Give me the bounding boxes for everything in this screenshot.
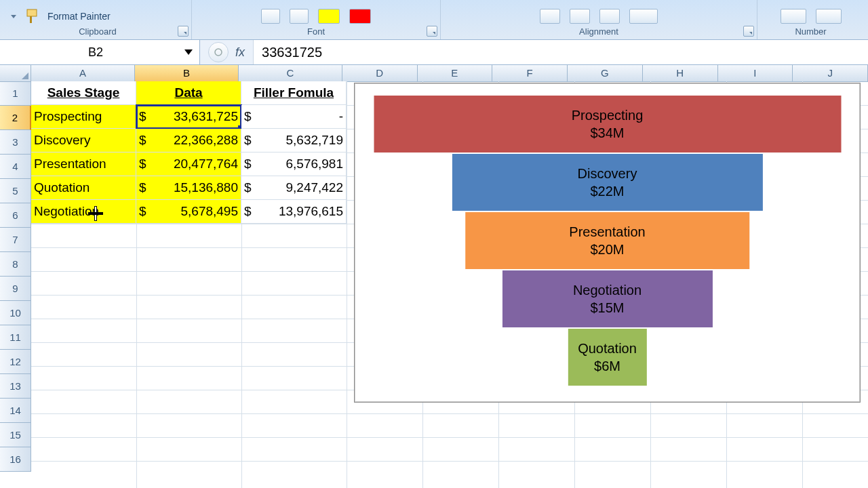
align-right-button[interactable] — [599, 9, 620, 24]
cell-A6[interactable]: Negotiation — [31, 200, 136, 224]
row-header-2[interactable]: 2 — [0, 106, 31, 130]
paste-dropdown-arrow[interactable] — [11, 15, 16, 18]
cell-B5[interactable]: $15,136,880 — [136, 176, 241, 200]
row-header-7[interactable]: 7 — [0, 228, 31, 252]
cell-B2[interactable]: $33,631,725 — [136, 105, 241, 129]
spreadsheet-grid[interactable]: ABCDEFGHIJ 12345678910111213141516 Sales… — [0, 65, 868, 488]
row-header-6[interactable]: 6 — [0, 203, 31, 228]
svg-rect-0 — [27, 9, 37, 16]
column-header-G[interactable]: G — [568, 65, 643, 82]
row-header-9[interactable]: 9 — [0, 277, 31, 301]
row-header-12[interactable]: 12 — [0, 350, 31, 374]
row-header-3[interactable]: 3 — [0, 130, 31, 155]
ribbon-group-title-font: Font — [197, 26, 435, 37]
formula-controls: fx — [200, 40, 254, 64]
cell-C6[interactable]: $13,976,615 — [241, 200, 347, 224]
row-header-16[interactable]: 16 — [0, 447, 31, 472]
number-format-button[interactable] — [781, 9, 806, 24]
funnel-chart[interactable]: Prospecting$34MDiscovery$22MPresentation… — [354, 83, 861, 403]
cell-C1[interactable]: Filler Fomula — [241, 81, 347, 105]
font-dialog-launcher[interactable] — [427, 26, 437, 37]
align-left-button[interactable] — [540, 9, 560, 24]
percent-button[interactable] — [816, 9, 842, 24]
ribbon-group-title-alignment: Alignment — [446, 26, 751, 37]
cell-A1[interactable]: Sales Stage — [31, 81, 136, 105]
column-headers: ABCDEFGHIJ — [0, 65, 868, 81]
row-header-11[interactable]: 11 — [0, 325, 31, 350]
funnel-label-presentation: Presentation — [569, 223, 645, 241]
formula-input[interactable]: 33631725 — [254, 40, 868, 64]
column-header-B[interactable]: B — [135, 65, 239, 83]
funnel-bar-prospecting[interactable]: Prospecting$34M — [374, 96, 841, 152]
cell-B1[interactable]: Data — [136, 81, 241, 105]
row-headers: 12345678910111213141516 — [0, 81, 31, 488]
row-header-5[interactable]: 5 — [0, 179, 31, 203]
formula-value: 33631725 — [262, 45, 322, 60]
clipboard-dialog-launcher[interactable] — [178, 26, 189, 37]
cell-A5[interactable]: Quotation — [31, 176, 136, 200]
merge-button[interactable] — [629, 9, 658, 24]
formula-bar: B2 fx 33631725 — [0, 40, 868, 65]
column-header-A[interactable]: A — [31, 65, 135, 82]
funnel-label-negotiation: Negotiation — [573, 281, 642, 299]
column-header-F[interactable]: F — [492, 65, 568, 82]
ribbon-group-number: Number — [757, 0, 864, 39]
row-header-10[interactable]: 10 — [0, 301, 31, 325]
row-header-15[interactable]: 15 — [0, 423, 31, 447]
column-header-D[interactable]: D — [342, 65, 418, 82]
row-header-1[interactable]: 1 — [0, 81, 31, 106]
column-header-C[interactable]: C — [239, 65, 342, 82]
ribbon-group-font: Font — [192, 0, 441, 39]
ribbon-group-title-number: Number — [763, 26, 859, 37]
fill-color-button[interactable] — [318, 9, 340, 24]
cell-B4[interactable]: $20,477,764 — [136, 152, 241, 176]
cell-B3[interactable]: $22,366,288 — [136, 129, 241, 152]
format-painter-icon — [24, 8, 43, 24]
alignment-dialog-launcher[interactable] — [743, 26, 754, 37]
ribbon: Format Painter Clipboard Font Alignment — [0, 0, 868, 40]
font-color-button[interactable] — [349, 9, 371, 24]
select-all-corner[interactable] — [0, 65, 31, 82]
svg-point-2 — [215, 49, 222, 56]
name-box[interactable]: B2 — [0, 40, 200, 64]
ribbon-group-title-clipboard: Clipboard — [9, 26, 186, 37]
ribbon-group-clipboard: Format Painter Clipboard — [4, 0, 192, 39]
column-header-E[interactable]: E — [418, 65, 493, 82]
row-header-13[interactable]: 13 — [0, 374, 31, 399]
name-box-dropdown-icon[interactable] — [184, 49, 193, 55]
align-center-button[interactable] — [570, 9, 590, 24]
column-header-J[interactable]: J — [793, 65, 868, 82]
column-header-H[interactable]: H — [643, 65, 718, 82]
funnel-bar-quotation[interactable]: Quotation$6M — [568, 329, 646, 386]
name-box-value: B2 — [7, 45, 184, 60]
cell-A4[interactable]: Presentation — [31, 152, 136, 176]
row-header-8[interactable]: 8 — [0, 252, 31, 277]
border-button[interactable] — [261, 9, 280, 24]
funnel-bar-presentation[interactable]: Presentation$20M — [465, 212, 750, 269]
funnel-bar-discovery[interactable]: Discovery$22M — [452, 154, 762, 211]
funnel-bar-negotiation[interactable]: Negotiation$15M — [502, 270, 712, 327]
format-painter-button[interactable]: Format Painter — [24, 8, 111, 24]
cell-C2[interactable]: $- — [241, 105, 347, 129]
grid-body[interactable]: Sales StageDataFiller FomulaProspecting$… — [31, 81, 868, 488]
funnel-value-quotation: $6M — [594, 357, 620, 375]
cancel-formula-button[interactable] — [208, 42, 229, 62]
cell-A3[interactable]: Discovery — [31, 129, 136, 152]
cell-B6[interactable]: $5,678,495 — [136, 200, 241, 224]
cell-A2[interactable]: Prospecting — [31, 105, 136, 129]
funnel-value-prospecting: $34M — [590, 124, 624, 142]
cell-C5[interactable]: $9,247,422 — [241, 176, 347, 200]
fx-label[interactable]: fx — [235, 45, 245, 60]
row-header-4[interactable]: 4 — [0, 155, 31, 179]
row-header-14[interactable]: 14 — [0, 399, 31, 423]
funnel-label-quotation: Quotation — [578, 340, 637, 357]
funnel-label-discovery: Discovery — [578, 165, 637, 182]
funnel-label-prospecting: Prospecting — [572, 106, 644, 124]
cell-C3[interactable]: $5,632,719 — [241, 129, 347, 152]
funnel-value-discovery: $22M — [590, 182, 624, 200]
funnel-value-negotiation: $15M — [590, 299, 624, 317]
column-header-I[interactable]: I — [718, 65, 793, 82]
format-painter-label: Format Painter — [47, 11, 111, 22]
cell-C4[interactable]: $6,576,981 — [241, 152, 347, 176]
border-style-button[interactable] — [290, 9, 309, 24]
